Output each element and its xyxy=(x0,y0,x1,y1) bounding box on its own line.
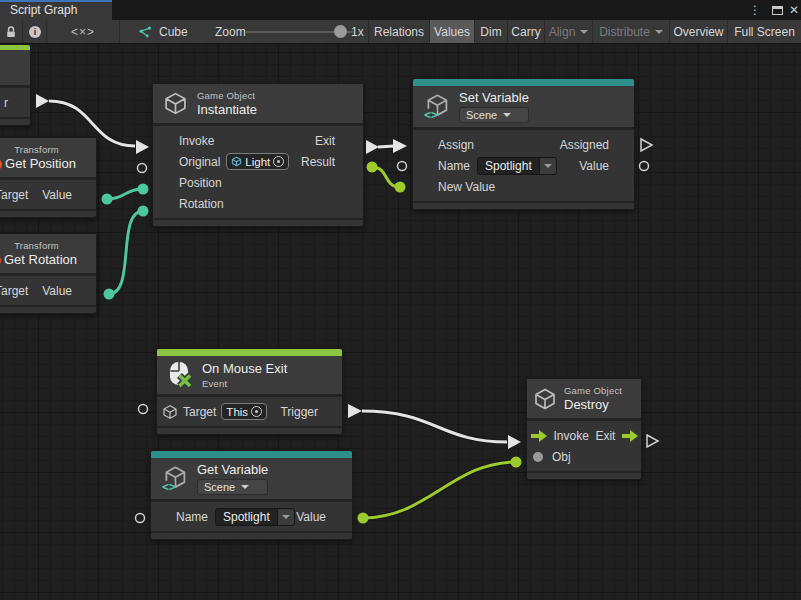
node-footer xyxy=(0,117,30,125)
name-port-label: Name xyxy=(176,510,208,524)
mouseexit-trigger-port[interactable] xyxy=(348,404,362,418)
instantiate-exit-port[interactable] xyxy=(366,140,379,154)
node-instantiate[interactable]: Game Object Instantiate Invoke Exit Orig… xyxy=(152,83,364,227)
node-category: Transform xyxy=(14,240,59,251)
variable-scope-dropdown[interactable]: Scene xyxy=(459,107,529,123)
wire-exit-to-assign[interactable] xyxy=(378,146,394,147)
object-picker-icon[interactable] xyxy=(251,406,262,417)
instantiate-position-port[interactable] xyxy=(138,184,149,195)
object-picker-icon[interactable] xyxy=(273,156,284,167)
variable-name-dropdown[interactable]: Spotlight xyxy=(477,157,557,175)
port-row: Invoke Exit xyxy=(527,425,641,446)
graph-canvas[interactable]: r Transform Get Position Target Value xyxy=(0,44,801,600)
distribute-button[interactable]: Distribute xyxy=(593,20,670,43)
node-on-mouse-exit[interactable]: On Mouse Exit Event Target This Trigger xyxy=(156,348,343,435)
invoke-port-arrow-icon[interactable] xyxy=(531,430,547,442)
node-partial-event[interactable]: r xyxy=(0,44,31,126)
setvariable-newvalue-port[interactable] xyxy=(395,182,406,193)
original-object-field[interactable]: Light xyxy=(226,153,289,170)
carry-button[interactable]: Carry xyxy=(508,20,545,43)
transform-icon xyxy=(0,255,1,266)
align-button[interactable]: Align xyxy=(545,20,593,43)
target-port-label: Target xyxy=(0,284,28,298)
destroy-exit-port[interactable] xyxy=(647,435,658,447)
invoke-port-label: Invoke xyxy=(554,429,589,443)
event-color-bar xyxy=(157,349,342,356)
obj-port-dot-icon[interactable] xyxy=(533,452,543,462)
node-set-variable[interactable]: <> Set Variable Scene Assign Assigned Na… xyxy=(412,78,635,210)
node-header: <> Set Variable Scene xyxy=(413,86,634,130)
variable-name-value: Spotlight xyxy=(216,509,277,525)
graph-breadcrumb[interactable]: Cube xyxy=(138,20,188,43)
relations-button[interactable]: Relations xyxy=(368,20,430,43)
node-get-position[interactable]: Transform Get Position Target Value xyxy=(0,137,97,218)
tab-script-graph[interactable]: Script Graph xyxy=(0,0,112,20)
zoom-slider-handle[interactable] xyxy=(334,25,347,38)
getvariable-value-port[interactable] xyxy=(358,513,369,524)
mouseexit-target-port[interactable] xyxy=(139,405,148,414)
port-row: Assign Assigned xyxy=(413,134,634,155)
node-destroy[interactable]: Game Object Destroy Invoke Exit Obj xyxy=(526,378,642,480)
code-view-button[interactable]: <×> xyxy=(47,20,120,43)
exit-port-arrow-icon[interactable] xyxy=(622,430,638,442)
node-footer xyxy=(157,426,342,434)
align-label: Align xyxy=(549,25,576,39)
target-value: This xyxy=(226,406,248,418)
wire-getposition-to-position[interactable] xyxy=(107,189,143,199)
cube-icon xyxy=(162,404,178,420)
wire-getrotation-to-rotation[interactable] xyxy=(109,211,143,294)
lock-icon xyxy=(4,25,18,39)
setvariable-assign-port[interactable] xyxy=(393,139,407,153)
getrotation-value-port[interactable] xyxy=(104,289,115,300)
close-icon[interactable]: ✕ xyxy=(789,0,799,20)
dim-button[interactable]: Dim xyxy=(475,20,508,43)
position-port-label: Position xyxy=(179,176,222,190)
destroy-invoke-wire-arrow[interactable] xyxy=(508,435,521,449)
rotation-port-label: Rotation xyxy=(179,197,224,211)
unity-script-graph-window: Script Graph ⋮ ✕ i <×> Cu xyxy=(0,0,801,600)
wire-result-to-newvalue[interactable] xyxy=(372,167,400,187)
fullscreen-button[interactable]: Full Screen xyxy=(728,20,801,43)
scope-value: Scene xyxy=(204,481,235,493)
values-button[interactable]: Values xyxy=(430,20,475,43)
instantiate-result-port[interactable] xyxy=(367,162,378,173)
node-footer xyxy=(413,201,634,209)
assign-port-label: Assign xyxy=(438,138,474,152)
wire-getvariable-to-obj[interactable] xyxy=(363,462,516,518)
variable-color-bar xyxy=(413,79,634,86)
code-icon: <×> xyxy=(71,25,95,39)
lock-button[interactable] xyxy=(0,20,23,43)
variable-icon: <> xyxy=(161,465,188,493)
maximize-icon[interactable] xyxy=(772,0,783,20)
toolbar: i <×> Cube Zoom 1x Relations Values Dim … xyxy=(0,20,801,44)
getposition-value-port[interactable] xyxy=(102,194,113,205)
instantiate-original-port[interactable] xyxy=(138,164,147,173)
original-port-label: Original xyxy=(179,155,220,169)
setvariable-name-port[interactable] xyxy=(398,162,407,171)
destroy-obj-port[interactable] xyxy=(511,457,522,468)
instantiate-invoke-port[interactable] xyxy=(136,140,149,154)
port-row: Position xyxy=(153,172,363,193)
node-category: Game Object xyxy=(197,90,257,101)
getvariable-name-port[interactable] xyxy=(136,514,145,523)
node-get-rotation[interactable]: Transform Get Rotation Target Value xyxy=(0,233,97,314)
value-port-label: Value xyxy=(579,159,609,173)
window-menu-icon[interactable]: ⋮ xyxy=(749,0,761,20)
event-trigger-port[interactable] xyxy=(36,94,49,108)
node-footer xyxy=(0,305,96,313)
port-row: Invoke Exit xyxy=(153,130,363,151)
node-title: Destroy xyxy=(564,397,622,412)
variable-color-bar xyxy=(151,451,352,458)
setvariable-assigned-port[interactable] xyxy=(641,139,652,151)
variable-scope-dropdown[interactable]: Scene xyxy=(197,479,268,495)
instantiate-rotation-port[interactable] xyxy=(138,206,149,217)
wire-trigger-to-invoke[interactable] xyxy=(362,411,507,442)
node-get-variable[interactable]: <> Get Variable Scene Name Spotlight xyxy=(150,450,353,540)
target-object-field[interactable]: This xyxy=(221,403,267,420)
port-row: Rotation xyxy=(153,193,363,214)
target-port-label: Target xyxy=(183,405,216,419)
variable-name-dropdown[interactable]: Spotlight xyxy=(215,508,295,526)
setvariable-value-port[interactable] xyxy=(640,162,649,171)
info-button[interactable]: i xyxy=(23,20,47,43)
overview-button[interactable]: Overview xyxy=(670,20,728,43)
